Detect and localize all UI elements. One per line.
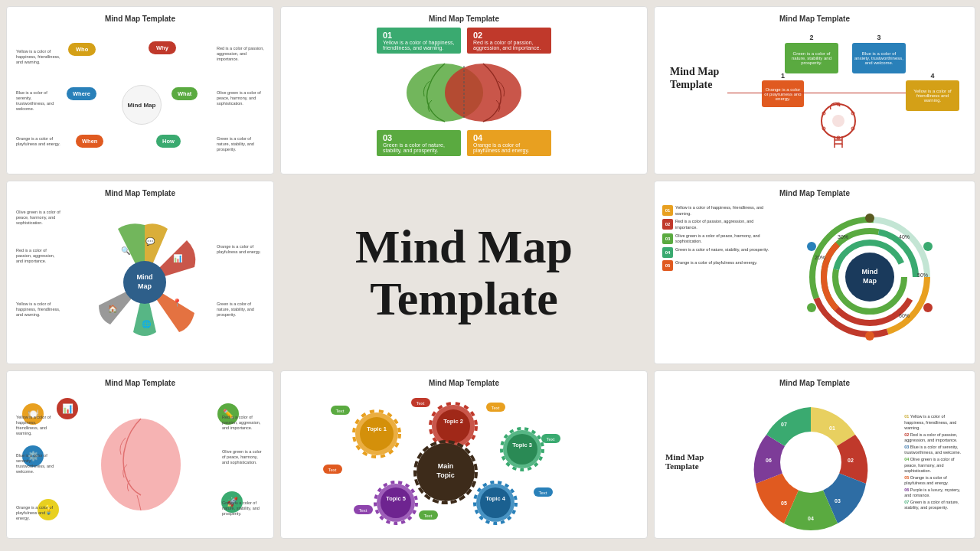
svg-text:🔍: 🔍	[121, 246, 131, 256]
bubble-how: How	[156, 135, 181, 148]
svg-text:📍: 📍	[172, 298, 182, 308]
card6-brain-svg	[87, 407, 194, 522]
svg-point-44	[865, 331, 874, 341]
svg-text:Main: Main	[438, 462, 454, 470]
list-item-04: 04 Green is a color of nature, stability…	[662, 247, 769, 258]
svg-point-49	[360, 417, 394, 451]
svg-text:💬: 💬	[145, 236, 155, 246]
svg-text:04: 04	[808, 516, 814, 521]
list-item-02: 02 Red is a color of passion, aggression…	[662, 219, 769, 230]
svg-text:Topic 3: Topic 3	[512, 442, 532, 448]
svg-text:Mind: Mind	[862, 268, 878, 276]
desc-olive: Olive green is a color of peace, harmony…	[217, 90, 264, 106]
svg-text:Topic 1: Topic 1	[367, 425, 387, 432]
svg-text:03: 03	[835, 498, 841, 504]
center-title-text: Mind Map Template	[355, 220, 573, 324]
svg-text:40%: 40%	[899, 234, 910, 240]
svg-text:Map: Map	[863, 277, 877, 285]
svg-text:Mind: Mind	[137, 273, 153, 281]
petal-svg: 🔍 💬 📊 📍 🌐 🏠 Mind Map	[57, 206, 233, 347]
list-item-03: 03 Olive green is a color of peace, harm…	[662, 233, 769, 245]
svg-point-42	[923, 242, 933, 251]
pie-svg: 01 02 03 04 05 06 07	[719, 392, 903, 533]
bubble-why: Why	[149, 41, 176, 54]
svg-point-88	[780, 432, 841, 493]
card2-title: Mind Map Template	[429, 15, 499, 23]
svg-text:Text: Text	[416, 401, 424, 406]
box-02: 02 Red is a color of passion, aggression…	[467, 28, 551, 54]
svg-text:60%: 60%	[899, 313, 910, 318]
svg-text:Text: Text	[546, 437, 554, 442]
desc-orange: Orange is a color of playfulness and ene…	[16, 136, 62, 147]
hierarchy-icon	[808, 94, 869, 158]
svg-text:Text: Text	[491, 406, 499, 410]
bubble-what: What	[172, 87, 198, 100]
svg-point-47	[101, 419, 181, 510]
card8-title: Mind Map Template	[779, 379, 850, 387]
svg-text:Text: Text	[358, 508, 367, 513]
svg-text:02: 02	[848, 458, 854, 463]
svg-point-61	[480, 487, 511, 518]
card-brain-icons[interactable]: Mind Map Template 🍽️ 📊 ✏️ ⚙️ 💡 🚀 Yellow …	[6, 370, 274, 539]
svg-text:Map: Map	[138, 282, 152, 290]
desc-green: Green is a color of nature, stability, a…	[217, 136, 264, 152]
svg-text:Topic 5: Topic 5	[386, 495, 406, 502]
svg-text:05: 05	[781, 500, 787, 506]
svg-point-1	[445, 64, 521, 122]
svg-text:06: 06	[766, 458, 772, 463]
card7-title: Mind Map Template	[429, 379, 499, 387]
card-circle-list[interactable]: Mind Map Template 01 Yellow is a color o…	[654, 181, 975, 364]
pie-main-title: Mind MapTemplate	[665, 452, 716, 471]
svg-text:Topic 2: Topic 2	[443, 418, 463, 425]
svg-text:Topic: Topic	[436, 471, 454, 479]
card-petal[interactable]: Mind Map Template Olive green is a color…	[6, 181, 274, 364]
svg-text:30%: 30%	[838, 234, 848, 240]
main-grid: Mind Map Template Yellow is a color of h…	[0, 0, 980, 551]
svg-text:🏠: 🏠	[108, 304, 118, 314]
svg-point-46	[807, 242, 816, 251]
card-numbered-boxes[interactable]: Mind Map Template 01 Yellow is a color o…	[280, 6, 648, 174]
card6-title: Mind Map Template	[105, 379, 175, 387]
svg-text:Text: Text	[538, 491, 547, 495]
svg-text:Text: Text	[335, 409, 344, 413]
center-title-cell: Mind Map Template	[280, 181, 648, 364]
svg-point-7	[832, 115, 844, 127]
desc-blue: Blue is a color of serenity, trustworthi…	[16, 90, 62, 112]
svg-text:20%: 20%	[815, 255, 825, 260]
svg-point-41	[865, 214, 874, 223]
svg-point-45	[807, 303, 816, 312]
brain-svg	[387, 58, 541, 127]
svg-text:50%: 50%	[917, 272, 928, 278]
card-hierarchy[interactable]: Mind Map Template 2 Green is a color of …	[654, 6, 975, 174]
card1-title: Mind Map Template	[105, 15, 175, 23]
gear-svg: Topic 1 Topic 2 Topic 3 Topic 4	[289, 392, 626, 530]
svg-text:Text: Text	[423, 514, 432, 518]
card-bubble-map[interactable]: Mind Map Template Yellow is a color of h…	[6, 6, 274, 174]
box-04: 04 Orange is a color of playfulness and …	[467, 130, 551, 156]
card5-title: Mind Map Template	[779, 189, 850, 197]
box-03: 03 Green is a color of nature, stability…	[377, 130, 461, 156]
svg-point-43	[923, 303, 933, 312]
card4-title: Mind Map Template	[105, 189, 175, 197]
svg-text:01: 01	[829, 425, 835, 431]
svg-text:Topic 4: Topic 4	[485, 495, 506, 502]
bubble-center: Mind Map	[122, 85, 162, 125]
circle-chart-svg: Mind Map 20% 30% 40% 50% 60%	[793, 204, 946, 350]
list-item-05: 05 Orange is a color of playfulness and …	[662, 260, 769, 271]
svg-point-57	[507, 434, 537, 465]
box-01: 01 Yellow is a color of happiness, frien…	[377, 28, 461, 54]
svg-text:07: 07	[781, 422, 787, 427]
card-pie-ring[interactable]: Mind Map Template Mind MapTemplate	[654, 370, 975, 539]
bubble-who: Who	[68, 43, 96, 56]
svg-point-65	[381, 487, 411, 518]
bubble-when: When	[76, 135, 103, 148]
svg-text:🌐: 🌐	[142, 319, 152, 329]
svg-text:📊: 📊	[173, 253, 183, 263]
desc-yellow: Yellow is a color of happiness, friendli…	[16, 49, 62, 65]
list-item-01: 01 Yellow is a color of happiness, frien…	[662, 205, 769, 217]
svg-text:Text: Text	[328, 468, 336, 472]
desc-red: Red is a color of passion, aggression, a…	[217, 46, 264, 62]
card-gears[interactable]: Mind Map Template Topic 1 Topic 2 Topic …	[280, 370, 648, 539]
svg-point-53	[436, 409, 470, 443]
card3-title: Mind Map Template	[779, 15, 850, 23]
